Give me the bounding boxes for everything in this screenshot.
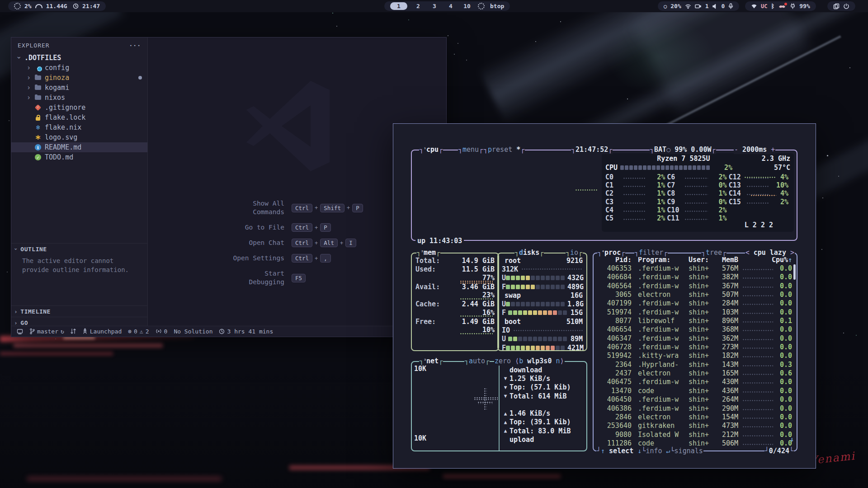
core-name: C0	[605, 173, 623, 181]
hardware-pill[interactable]: ○ 20% 1 0	[658, 1, 739, 11]
workspaces-pill: 1 2 3 4 10 btop	[384, 1, 510, 11]
info-key[interactable]: info	[646, 446, 662, 455]
core-name: C4	[605, 206, 623, 214]
warning-count: 2	[146, 328, 149, 335]
core-name: C1	[605, 181, 623, 189]
session-pill[interactable]	[827, 1, 855, 11]
explorer-item[interactable]: › nixos	[11, 93, 147, 103]
core-graph	[623, 178, 646, 179]
core-usage: 2%	[649, 214, 665, 222]
disk-io-row: 312K	[498, 265, 586, 273]
memory-meter	[460, 333, 493, 335]
cpu-frequency: 2.3 GHz	[762, 155, 790, 163]
process-row[interactable]: 519974.ferdium-wshin+ 103M0.0	[594, 308, 797, 316]
process-row[interactable]: 8077librewolfshin+ 896M0.1	[594, 316, 797, 325]
explorer-item[interactable]: › ginoza	[11, 73, 147, 83]
chevron-right-icon: ›	[27, 74, 31, 82]
process-row[interactable]: 406450.ferdium-wshin+ 264M0.0	[594, 395, 797, 404]
connectivity-pill[interactable]: UC ᛒ 99%	[745, 1, 816, 11]
outline-section-header[interactable]: › OUTLINE	[11, 244, 147, 254]
net-auto-button[interactable]: ┐auto┌	[464, 357, 490, 366]
process-row[interactable]: 3065electronshin+ 507M0.0	[594, 290, 797, 299]
explorer-item[interactable]: ❄ flake.nix	[11, 122, 147, 132]
btop-terminal-window: ┐ ¹cpu ┌ ┐menu┌ ┐preset *┌ ┐21:47:52┌ ┐ …	[393, 123, 816, 469]
process-panel: ┐ ⁴proc ┌ ┐filter┌ ┐tree┌ < cpu lazy > P…	[593, 253, 797, 451]
core-row: C15 2%	[729, 198, 788, 206]
process-row[interactable]: 406564.ferdium-wshin+ 367M0.0	[594, 282, 797, 290]
core-graph	[623, 194, 646, 196]
compare-button[interactable]	[71, 328, 76, 334]
scrollbar-thumb[interactable]	[793, 264, 796, 280]
process-row[interactable]: 406475.ferdium-wshin+ 430M0.0	[594, 378, 797, 386]
timeline-section-header[interactable]: › TIMELINE	[11, 306, 147, 317]
key-cap: P	[320, 223, 331, 232]
ports-count: 0	[164, 328, 168, 335]
explorer-item[interactable]: TODO.md	[11, 152, 147, 162]
explorer-more-button[interactable]: ···	[129, 42, 141, 49]
remote-window-button[interactable]	[17, 328, 23, 334]
workspace-button[interactable]: 4	[445, 3, 456, 9]
process-row[interactable]: 2846electronshin+ 154M0.0	[594, 413, 797, 421]
chevron-right-icon: ›	[14, 319, 18, 326]
core-usage: 2%	[772, 198, 788, 206]
preset-button[interactable]: ┐preset *┌	[483, 145, 525, 154]
launchpad-button[interactable]: Launchpad	[82, 328, 122, 335]
process-row[interactable]: 253640gitkrakenshin+ 473M0.0	[594, 422, 797, 430]
time-tracked: 3 hrs 41 mins	[227, 328, 273, 335]
workspace-button[interactable]: 3	[429, 3, 440, 9]
process-row[interactable]: 406353.ferdium-wshin+ 576M0.0	[594, 264, 797, 272]
battery-level: 99%	[799, 3, 810, 9]
process-row[interactable]: 406684.ferdium-wshin+ 382M0.0	[594, 273, 797, 282]
process-row[interactable]: 13470codeshin+ 436M0.0	[594, 386, 797, 395]
explorer-item[interactable]: .gitignore	[11, 103, 147, 113]
disks-panel-title: ┐disks┌	[514, 248, 544, 257]
down-arrow-icon: ▼	[501, 375, 509, 381]
git-branch-button[interactable]: master ↻	[29, 328, 64, 335]
process-row[interactable]: 406347.ferdium-wshin+ 362M0.0	[594, 334, 797, 343]
process-row[interactable]: 519942.kitty-wrashin+ 182M0.0	[594, 352, 797, 360]
disks-io-toggle[interactable]: ┐io┌	[566, 248, 583, 257]
git-icon	[34, 104, 42, 111]
process-row[interactable]: 406386.ferdium-wshin+ 290M0.0	[594, 404, 797, 413]
sort-selector[interactable]: < cpu lazy >	[745, 248, 795, 257]
outline-title: OUTLINE	[20, 246, 47, 253]
process-row[interactable]: 2364.Hyprland-shin+ 143M0.3	[594, 360, 797, 369]
menu-button[interactable]: ┐menu┌	[458, 145, 483, 154]
time-tracker[interactable]: 3 hrs 41 mins	[219, 328, 273, 335]
explorer-item-label: nixos	[45, 94, 65, 102]
core-graph	[747, 186, 769, 188]
process-row[interactable]: 407199.ferdium-wshin+ 284M0.0	[594, 299, 797, 308]
explorer-item[interactable]: › kogami	[11, 83, 147, 93]
kbd-battery-icon	[695, 4, 702, 9]
update-interval-control[interactable]: - 2000ms +	[734, 145, 775, 154]
explorer-root-folder[interactable]: › .DOTFILES	[11, 53, 147, 63]
explorer-item[interactable]: flake.lock	[11, 113, 147, 122]
tree-button[interactable]: ┐tree┌	[701, 248, 726, 257]
select-key[interactable]: select	[609, 446, 633, 455]
process-row[interactable]: 9080Isolated Wshin+ 212M0.0	[594, 430, 797, 439]
workspace-button[interactable]: 2	[413, 3, 424, 9]
scroll-down-icon[interactable]: ↓	[790, 435, 794, 443]
core-usage: 1%	[649, 189, 665, 197]
system-stats-pill[interactable]: 2% 11.44GB	[8, 1, 76, 11]
process-row[interactable]: 2437electronshin+ 165M0.6	[594, 369, 797, 377]
solution-label: No Solution	[174, 328, 212, 335]
outline-message: The active editor cannot provide outline…	[11, 254, 147, 279]
workspace-button[interactable]: 10	[462, 3, 472, 9]
explorer-item[interactable]: * logo.svg	[11, 132, 147, 142]
problems-button[interactable]: ⊗ 0 ⚠ 2	[128, 328, 149, 335]
process-row[interactable]: 406654.ferdium-wshin+ 368M0.0	[594, 325, 797, 334]
ports-button[interactable]: 0	[156, 328, 168, 335]
workspace-button[interactable]: 1	[390, 2, 407, 10]
net-interface-selector[interactable]: zero ⟨b wlp3s0 n⟩	[494, 357, 565, 366]
core-name: C7	[667, 181, 685, 189]
process-row[interactable]: 406728.ferdium-wshin+ 273M0.0	[594, 343, 797, 351]
explorer-item-label: config	[45, 64, 69, 72]
filter-button[interactable]: ┐filter┌	[634, 248, 668, 257]
signals-key[interactable]: signals	[675, 446, 703, 455]
solution-status[interactable]: No Solution	[174, 328, 212, 335]
bluetooth-icon: ᛒ	[771, 3, 774, 9]
clock-pill[interactable]: 21:47	[67, 1, 106, 11]
explorer-item[interactable]: › config	[11, 63, 147, 73]
explorer-item[interactable]: README.md	[11, 142, 147, 152]
